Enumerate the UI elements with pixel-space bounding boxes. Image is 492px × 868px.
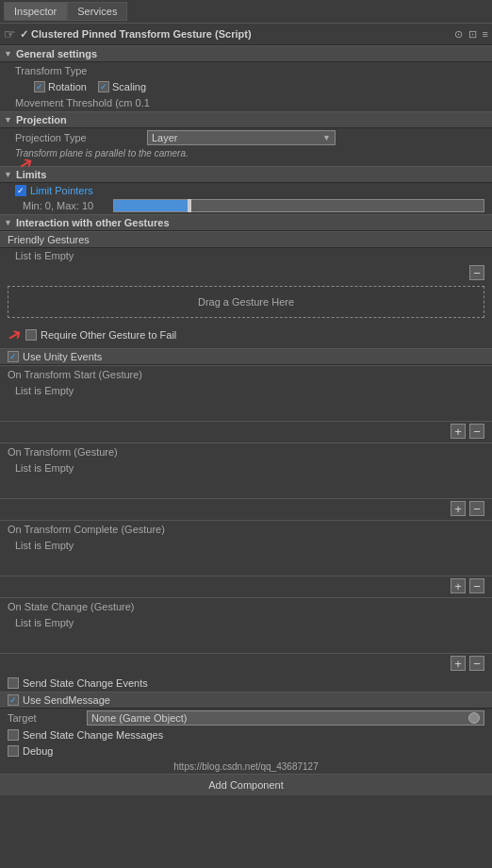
debug-row: Debug bbox=[0, 743, 492, 760]
event-on-state-change-label: On State Change (Gesture) bbox=[8, 601, 135, 612]
rotation-checkbox[interactable] bbox=[34, 81, 45, 92]
use-unity-events-label: Use Unity Events bbox=[23, 351, 102, 362]
drag-gesture-zone[interactable]: Drag a Gesture Here bbox=[8, 286, 484, 318]
event-on-transform-controls: + − bbox=[0, 498, 492, 518]
event-on-transform-complete-header: On Transform Complete (Gesture) bbox=[0, 520, 492, 538]
tab-services[interactable]: Services bbox=[67, 2, 127, 21]
transform-type-checkboxes: Rotation Scaling bbox=[0, 79, 492, 94]
friendly-gestures-header: Friendly Gestures bbox=[0, 231, 492, 248]
icon-circle[interactable]: ⊙ bbox=[454, 28, 463, 41]
target-circle-btn[interactable] bbox=[468, 712, 480, 724]
event-on-state-change-minus[interactable]: − bbox=[469, 656, 484, 671]
require-fail-checkbox[interactable] bbox=[25, 329, 37, 341]
limit-pointers-checkbox[interactable] bbox=[15, 185, 26, 196]
event-on-transform-start-label: On Transform Start (Gesture) bbox=[8, 369, 142, 380]
event-on-transform-start: On Transform Start (Gesture) List is Emp… bbox=[0, 365, 492, 441]
use-send-message-label: Use SendMessage bbox=[23, 694, 110, 706]
projection-type-value: Layer bbox=[152, 132, 178, 143]
transform-type-label: Transform Type bbox=[15, 65, 147, 76]
icon-menu[interactable]: ≡ bbox=[483, 28, 488, 41]
rotation-label: Rotation bbox=[48, 81, 87, 92]
component-title-bar: ☞ ✓ Clustered Pinned Transform Gesture (… bbox=[0, 24, 492, 45]
event-on-transform-complete-plus[interactable]: + bbox=[451, 578, 466, 593]
title-icons: ⊙ ⊡ ≡ bbox=[454, 28, 488, 41]
interaction-label: Interaction with other Gestures bbox=[16, 217, 170, 228]
friendly-gestures-empty: List is Empty bbox=[0, 248, 492, 263]
send-state-change-messages-checkbox[interactable] bbox=[8, 729, 19, 741]
use-send-message-checkbox[interactable] bbox=[8, 694, 19, 706]
event-on-transform-start-header: On Transform Start (Gesture) bbox=[0, 365, 492, 383]
event-on-transform-complete-minus[interactable]: − bbox=[469, 578, 484, 593]
scaling-checkbox[interactable] bbox=[98, 81, 109, 92]
require-fail-row: ➔ Require Other Gesture to Fail bbox=[0, 322, 492, 348]
target-row: Target None (Game Object) bbox=[0, 709, 492, 727]
target-value-text: None (Game Object) bbox=[91, 712, 187, 724]
general-settings-header[interactable]: ▼ General settings bbox=[0, 45, 492, 62]
friendly-gestures-label: Friendly Gestures bbox=[8, 234, 90, 245]
transform-type-row: Transform Type bbox=[0, 62, 492, 79]
friendly-gestures-minus-area: − bbox=[0, 263, 492, 282]
event-on-transform-header: On Transform (Gesture) bbox=[0, 442, 492, 460]
range-row: Min: 0, Max: 10 bbox=[0, 198, 492, 214]
slider-fill bbox=[114, 200, 188, 211]
event-on-transform-complete: On Transform Complete (Gesture) List is … bbox=[0, 520, 492, 595]
limit-pointers-row: Limit Pointers bbox=[0, 183, 492, 198]
use-unity-events-section[interactable]: Use Unity Events bbox=[0, 348, 492, 365]
interaction-header[interactable]: ▼ Interaction with other Gestures bbox=[0, 214, 492, 231]
watermark: https://blog.csdn.net/qq_43687127 bbox=[0, 760, 492, 774]
event-on-state-change: On State Change (Gesture) List is Empty … bbox=[0, 597, 492, 673]
require-fail-label: Require Other Gesture to Fail bbox=[41, 329, 176, 341]
projection-header[interactable]: ▼ Projection bbox=[0, 111, 492, 128]
event-on-transform: On Transform (Gesture) List is Empty + − bbox=[0, 442, 492, 518]
friendly-gestures-minus-btn[interactable]: − bbox=[469, 265, 484, 280]
slider-thumb bbox=[188, 199, 191, 212]
tab-bar: Inspector Services bbox=[0, 0, 492, 24]
event-on-transform-start-minus[interactable]: − bbox=[469, 424, 484, 439]
use-unity-events-checkbox[interactable] bbox=[8, 351, 19, 362]
event-on-transform-start-controls: + − bbox=[0, 421, 492, 441]
limits-arrow: ▼ bbox=[4, 170, 12, 179]
send-state-change-messages-row: Send State Change Messages bbox=[0, 727, 492, 743]
event-on-transform-plus[interactable]: + bbox=[451, 501, 466, 516]
event-on-transform-start-plus[interactable]: + bbox=[451, 424, 466, 439]
movement-threshold-label: Movement Threshold (cm 0.1 bbox=[15, 97, 150, 108]
event-on-transform-complete-label: On Transform Complete (Gesture) bbox=[8, 524, 165, 535]
debug-checkbox[interactable] bbox=[8, 745, 19, 757]
general-settings-label: General settings bbox=[16, 48, 97, 59]
event-on-transform-label: On Transform (Gesture) bbox=[8, 446, 118, 458]
limits-header[interactable]: ▼ Limits bbox=[0, 166, 492, 183]
projection-type-dropdown[interactable]: Layer ▼ bbox=[147, 130, 336, 145]
limit-pointers-label[interactable]: Limit Pointers bbox=[30, 185, 93, 196]
scaling-label: Scaling bbox=[112, 81, 146, 92]
scaling-checkbox-item[interactable]: Scaling bbox=[98, 81, 146, 92]
interaction-arrow: ▼ bbox=[4, 218, 12, 227]
event-on-state-change-controls: + − bbox=[0, 653, 492, 673]
add-component-button[interactable]: Add Component bbox=[0, 774, 492, 795]
send-state-change-events-checkbox[interactable] bbox=[8, 677, 19, 689]
debug-label: Debug bbox=[23, 745, 53, 757]
target-value[interactable]: None (Game Object) bbox=[87, 710, 484, 726]
event-on-transform-empty: List is Empty bbox=[0, 460, 492, 498]
projection-label: Projection bbox=[16, 114, 67, 125]
projection-type-label: Projection Type bbox=[15, 132, 147, 143]
icon-square[interactable]: ⊡ bbox=[468, 28, 477, 41]
min-max-text: Min: 0, Max: 10 bbox=[23, 200, 107, 211]
red-arrow-2: ➔ bbox=[4, 323, 26, 348]
projection-hint: Transform plane is parallel to the camer… bbox=[0, 147, 492, 160]
component-title: ✓ Clustered Pinned Transform Gesture (Sc… bbox=[20, 28, 252, 41]
range-slider[interactable] bbox=[113, 199, 484, 212]
tab-inspector[interactable]: Inspector bbox=[4, 2, 67, 21]
projection-type-row: Projection Type Layer ▼ bbox=[0, 128, 492, 147]
event-on-transform-complete-controls: + − bbox=[0, 576, 492, 595]
movement-threshold-row: Movement Threshold (cm 0.1 bbox=[0, 94, 492, 111]
send-state-change-events-label: Send State Change Events bbox=[23, 677, 148, 689]
send-state-change-messages-label: Send State Change Messages bbox=[23, 729, 163, 741]
target-label: Target bbox=[8, 712, 83, 724]
use-send-message-section[interactable]: Use SendMessage bbox=[0, 692, 492, 709]
event-on-transform-start-empty: List is Empty bbox=[0, 383, 492, 421]
rotation-checkbox-item[interactable]: Rotation bbox=[34, 81, 87, 92]
event-on-transform-complete-empty: List is Empty bbox=[0, 538, 492, 576]
event-on-transform-minus[interactable]: − bbox=[469, 501, 484, 516]
event-on-state-change-empty: List is Empty bbox=[0, 615, 492, 653]
event-on-state-change-plus[interactable]: + bbox=[451, 656, 466, 671]
